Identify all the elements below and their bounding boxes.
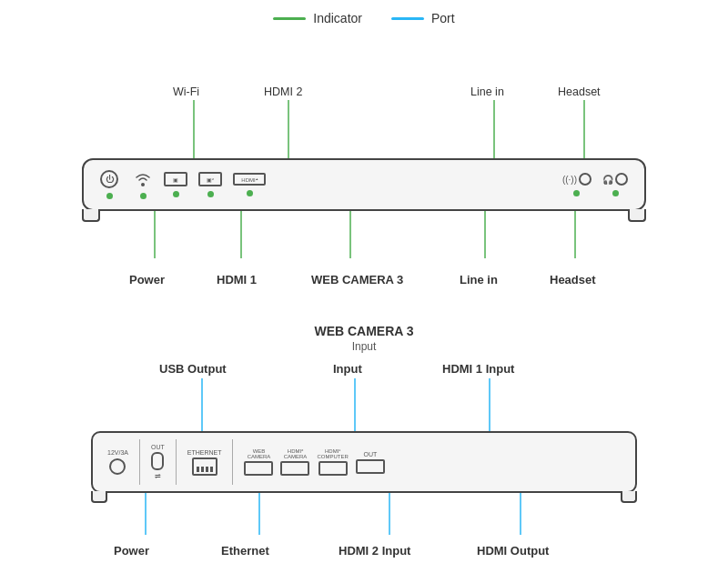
- top-device-section: Wi-Fi HDMI 2 Line in Headset: [64, 33, 664, 324]
- hdmi1comp-icon: [318, 461, 348, 476]
- wifi-indicator: [140, 193, 147, 199]
- hdmi-out-label: OUT: [363, 451, 377, 457]
- webcam3-port-group: HDMI⁴: [233, 173, 266, 196]
- label-ethernet-bottom: Ethernet: [221, 544, 269, 558]
- webcam-port-icon: [244, 461, 273, 476]
- label-linein-below: Line in: [460, 273, 498, 286]
- wifi-port-group: [133, 170, 153, 199]
- linein-port-group: ((·)): [562, 173, 592, 196]
- webcam3-indicator: [247, 190, 253, 196]
- divider-3: [232, 439, 233, 485]
- divider-2: [176, 439, 177, 485]
- power-icon: ⏻: [100, 170, 118, 188]
- linein-indicator: [573, 190, 580, 196]
- indicator-label: Indicator: [313, 11, 362, 25]
- hdmi2cam-icon: [280, 461, 309, 476]
- label-power-below: Power: [129, 273, 165, 286]
- hdmi-out-icon: [356, 459, 385, 474]
- label-power-bottom: Power: [114, 544, 149, 558]
- hdmi1-port-group: ▣: [164, 172, 187, 197]
- label-webcam3-below: WEB CAMERA 3: [311, 273, 403, 286]
- label-headset-above: Headset: [558, 85, 601, 98]
- webcam3-icon: HDMI⁴: [233, 173, 266, 186]
- power-port-group: ⏻: [100, 170, 118, 199]
- label-hdmi2-input: HDMI 2 Input: [339, 544, 410, 558]
- ethernet-group: ETHERNET: [187, 449, 222, 476]
- ethernet-icon: [192, 457, 217, 476]
- hdmi1-indicator: [173, 191, 179, 197]
- section-sub-title: Input: [64, 340, 664, 353]
- bottom-device-section: WEB CAMERA 3 Input USB Output Input HDMI…: [64, 324, 664, 583]
- label-hdmi1-below: HDMI 1: [217, 273, 257, 286]
- label-headset-below: Headset: [550, 273, 596, 286]
- hdmi2-icon: ▣²: [198, 172, 222, 186]
- label-linein-above: Line in: [470, 85, 504, 98]
- page: Indicator Port Wi-Fi HDMI 2 Line in Head…: [0, 0, 728, 583]
- headset-indicator: [612, 190, 619, 196]
- webcam3-section-title: WEB CAMERA 3 Input: [64, 324, 664, 360]
- hdmi1comp-label: HDMI¹COMPUTER: [317, 448, 348, 459]
- hdmi2cam-label: HDMI²CAMERA: [284, 448, 308, 459]
- legend-indicator: Indicator: [273, 11, 362, 25]
- usbc-out-icon: [151, 452, 164, 470]
- indicator-line: [273, 17, 306, 20]
- divider-1: [139, 439, 140, 485]
- headset-port-group: 🎧: [602, 173, 628, 196]
- power-jack-label: 12V/3A: [107, 449, 128, 457]
- power-jack-group: 12V/3A: [107, 449, 128, 475]
- legend-port: Port: [391, 11, 455, 25]
- wifi-icon: [133, 170, 153, 188]
- label-hdmi2-above: HDMI 2: [264, 85, 302, 98]
- power-jack-icon: [109, 458, 126, 475]
- label-hdmi-output: HDMI Output: [477, 544, 549, 558]
- ethernet-label: ETHERNET: [187, 449, 222, 456]
- label-wifi-above: Wi-Fi: [173, 85, 199, 98]
- webcam-port-group: WEBCAMERA: [244, 448, 273, 476]
- usbc-out-group: OUT ⇌: [151, 444, 165, 480]
- power-indicator: [106, 193, 113, 199]
- hdmi1comp-group: HDMI¹COMPUTER: [317, 448, 348, 476]
- hdmi2-indicator: [207, 191, 214, 197]
- hdmi1-icon: ▣: [164, 172, 187, 186]
- bottom-device-body: 12V/3A OUT ⇌ ETHERNET: [91, 431, 637, 493]
- usbc-out-label: OUT: [151, 444, 165, 450]
- webcam-port-label: WEBCAMERA: [248, 448, 271, 459]
- label-usb-output: USB Output: [159, 362, 227, 376]
- top-device-body: ⏻ ▣: [82, 158, 646, 211]
- section-main-title: WEB CAMERA 3: [64, 324, 664, 338]
- port-label: Port: [431, 11, 455, 25]
- label-hdmi1-input: HDMI 1 Input: [442, 362, 514, 376]
- legend: Indicator Port: [273, 0, 454, 33]
- label-input-above: Input: [333, 362, 362, 376]
- headset-icon: 🎧: [602, 173, 628, 186]
- linein-icon: ((·)): [562, 173, 592, 186]
- hdmi-out-group: OUT: [356, 451, 385, 474]
- hdmi2cam-group: HDMI²CAMERA: [280, 448, 309, 476]
- hdmi2-port-group: ▣²: [198, 172, 222, 197]
- port-line: [391, 17, 424, 20]
